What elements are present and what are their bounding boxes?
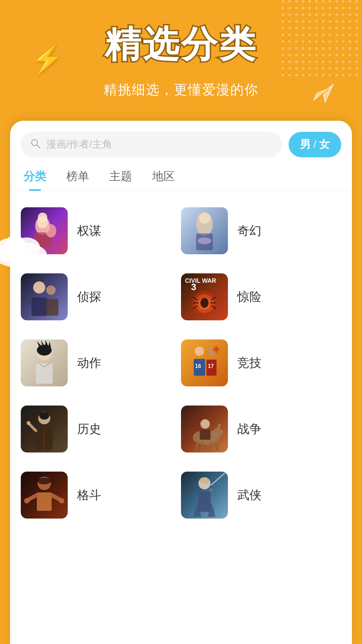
lightning-icon: ⚡: [30, 44, 64, 75]
category-label-jingxian: 惊险: [237, 289, 261, 305]
category-thumb-dongzuo: [21, 339, 68, 386]
category-item-dongzuo[interactable]: 动作: [21, 339, 181, 386]
category-row-2: 动作: [21, 330, 341, 396]
cloud-decoration: [0, 228, 50, 268]
category-row-4: 格斗: [21, 462, 341, 528]
dots-decoration: [282, 0, 362, 80]
svg-point-15: [38, 213, 47, 222]
category-row-3: 历史: [21, 396, 341, 462]
svg-point-20: [198, 237, 211, 244]
content-card: 漫画/作者/主角 男 / 女 分类 榜单 主题 地区: [10, 121, 352, 644]
category-label-zhentan: 侦探: [77, 289, 101, 305]
category-list: 权谋: [10, 191, 352, 644]
svg-rect-1: [282, 0, 362, 80]
category-item-jingji[interactable]: 16 17 竞技: [181, 339, 341, 386]
search-area: 漫画/作者/主角 男 / 女: [10, 121, 352, 157]
svg-text:17: 17: [208, 363, 214, 369]
category-thumb-lishi: [21, 406, 68, 452]
svg-text:CIVIL WAR: CIVIL WAR: [185, 277, 216, 284]
svg-line-73: [202, 443, 203, 451]
svg-rect-23: [32, 298, 47, 316]
svg-point-67: [26, 421, 31, 425]
category-thumb-jingxian: CIVIL WAR 3: [181, 273, 228, 320]
category-item-wuxia[interactable]: 武侠: [181, 472, 341, 519]
svg-point-63: [42, 410, 47, 414]
category-label-dongzuo: 动作: [77, 355, 101, 371]
svg-line-9: [37, 145, 40, 148]
svg-rect-77: [200, 430, 210, 440]
gender-male-label: 男: [300, 137, 311, 152]
svg-line-71: [218, 425, 220, 429]
category-label-qihuan: 奇幻: [237, 223, 261, 239]
category-item-lishi[interactable]: 历史: [21, 406, 181, 452]
tab-category[interactable]: 分类: [23, 169, 46, 191]
tab-theme[interactable]: 主题: [109, 169, 132, 191]
svg-line-72: [196, 442, 198, 450]
search-icon: [30, 138, 41, 151]
category-item-zhentan[interactable]: 侦探: [21, 273, 181, 320]
category-thumb-gedou: [21, 472, 68, 519]
category-label-wuxia: 武侠: [237, 487, 261, 503]
svg-point-85: [38, 478, 51, 484]
category-thumb-zhanzheng: [181, 406, 228, 452]
category-item-gedou[interactable]: 格斗: [21, 472, 181, 519]
category-thumb-qihuan: [181, 207, 228, 254]
category-thumb-zhentan: [21, 273, 68, 320]
category-thumb-jingji: 16 17: [181, 339, 228, 386]
category-label-lishi: 历史: [77, 421, 101, 437]
svg-point-83: [24, 498, 29, 503]
category-label-quanmou: 权谋: [77, 223, 101, 239]
svg-text:3: 3: [191, 282, 196, 292]
tab-region[interactable]: 地区: [152, 169, 175, 191]
svg-rect-68: [181, 406, 228, 452]
svg-point-76: [200, 419, 210, 429]
category-row-1: 侦探: [21, 264, 341, 330]
svg-point-24: [46, 285, 56, 295]
category-label-zhanzheng: 战争: [237, 421, 261, 437]
search-placeholder-text: 漫画/作者/主角: [46, 138, 112, 151]
svg-point-51: [195, 346, 204, 356]
search-bar[interactable]: 漫画/作者/主角: [21, 131, 282, 157]
svg-point-88: [199, 477, 209, 484]
gender-female-label: 女: [319, 137, 330, 152]
category-item-qihuan[interactable]: 奇幻: [181, 207, 341, 254]
tab-ranking[interactable]: 榜单: [66, 169, 89, 191]
category-thumb-wuxia: [181, 472, 228, 519]
svg-point-22: [33, 281, 45, 293]
svg-rect-80: [37, 492, 52, 511]
category-label-gedou: 格斗: [77, 487, 101, 503]
svg-point-7: [4, 235, 26, 254]
svg-line-75: [216, 442, 217, 450]
tabs-row: 分类 榜单 主题 地区: [10, 161, 352, 191]
gender-divider: /: [313, 138, 316, 151]
category-row-0: 权谋: [21, 198, 341, 264]
category-item-jingxian[interactable]: CIVIL WAR 3: [181, 273, 341, 320]
gender-toggle[interactable]: 男 / 女: [289, 132, 341, 157]
category-item-zhanzheng[interactable]: 战争: [181, 406, 341, 452]
svg-point-48: [37, 345, 52, 356]
svg-point-84: [59, 498, 64, 503]
category-label-jingji: 竞技: [237, 355, 261, 371]
svg-point-35: [200, 298, 208, 308]
svg-rect-89: [198, 492, 210, 512]
svg-text:16: 16: [195, 363, 201, 369]
svg-line-74: [210, 443, 211, 451]
header-subtitle: 精挑细选，更懂爱漫的你: [0, 80, 362, 99]
svg-rect-25: [46, 299, 58, 316]
svg-point-18: [199, 212, 210, 224]
